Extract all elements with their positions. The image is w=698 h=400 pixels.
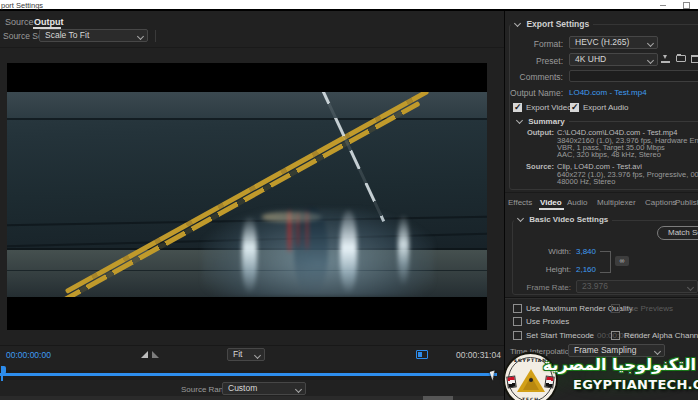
toolbar-divider bbox=[0, 47, 504, 48]
import-preset-icon[interactable] bbox=[676, 55, 686, 62]
chevron-down-icon bbox=[295, 386, 302, 393]
minimize-icon[interactable] bbox=[660, 5, 666, 6]
format-select[interactable]: HEVC (H.265) bbox=[569, 36, 658, 49]
summary-output-line: AAC, 320 kbps, 48 kHz, Stereo bbox=[557, 150, 661, 159]
export-video-label: Export Video bbox=[526, 103, 572, 112]
set-start-timecode-label: Set Start Timecode bbox=[526, 331, 594, 340]
window-title: port Settings bbox=[1, 1, 43, 10]
duration-timecode: 00:00:31:04 bbox=[456, 350, 501, 360]
tab-source[interactable]: Source bbox=[5, 17, 34, 27]
zoom-level-select[interactable]: Fit bbox=[227, 348, 265, 361]
render-alpha-checkbox[interactable] bbox=[611, 331, 620, 340]
preview-bottom-divider bbox=[0, 345, 504, 346]
width-label: Width: bbox=[505, 247, 571, 256]
use-proxies-label: Use Proxies bbox=[526, 317, 569, 326]
scrollbar-thumb[interactable] bbox=[423, 396, 453, 400]
export-audio-label: Export Audio bbox=[583, 103, 628, 112]
export-settings-header[interactable]: Export Settings bbox=[511, 19, 593, 29]
tab-effects[interactable]: Effects bbox=[508, 198, 532, 207]
use-max-render-checkbox[interactable] bbox=[513, 304, 522, 313]
frame-rate-select: 23.976 bbox=[576, 280, 698, 293]
export-video-checkbox[interactable] bbox=[513, 103, 522, 112]
collapse-chevron-icon bbox=[517, 215, 524, 222]
height-label: Height: bbox=[505, 265, 571, 274]
tab-audio[interactable]: Audio bbox=[567, 198, 587, 207]
frame-rate-label: Frame Rate: bbox=[505, 283, 571, 292]
preview-monitor-icon[interactable] bbox=[416, 350, 428, 359]
export-settings-dialog: port Settings Source Output Source Scali… bbox=[0, 0, 698, 400]
preset-select[interactable]: 4K UHD bbox=[569, 53, 658, 66]
format-label: Format: bbox=[505, 39, 563, 49]
comments-input[interactable] bbox=[569, 70, 698, 82]
video-frame-content bbox=[7, 92, 487, 297]
egypt-flag-icon bbox=[544, 375, 555, 388]
use-previews-label: Use Previews bbox=[624, 304, 673, 313]
tab-captions[interactable]: Captions bbox=[645, 198, 677, 207]
export-audio-checkbox[interactable] bbox=[570, 103, 579, 112]
chevron-down-icon bbox=[647, 40, 654, 47]
link-width-height-icon[interactable]: ∞ bbox=[615, 256, 629, 266]
egypt-flag-icon bbox=[506, 375, 517, 388]
timeline-progress-bar[interactable] bbox=[0, 373, 497, 376]
width-value[interactable]: 3,840 bbox=[576, 247, 596, 256]
source-range-select[interactable]: Custom bbox=[222, 382, 306, 395]
chevron-down-icon bbox=[254, 352, 261, 359]
watermark-site-text: EGYPTIANTECH.ORG bbox=[573, 377, 698, 392]
window-titlebar: port Settings bbox=[0, 0, 698, 11]
width-height-bracket bbox=[600, 251, 611, 273]
summary-output-label: Output: bbox=[505, 128, 554, 137]
output-name-link[interactable]: LO4D.com - Test.mp4 bbox=[569, 88, 647, 97]
collapse-chevron-icon bbox=[516, 117, 523, 124]
collapse-chevron-icon bbox=[514, 20, 521, 27]
playhead-stem[interactable] bbox=[1, 366, 3, 381]
summary-source-line: 48000 Hz, Stereo bbox=[557, 177, 615, 186]
save-preset-icon[interactable] bbox=[661, 55, 670, 63]
match-source-button[interactable]: Match Source bbox=[657, 226, 698, 240]
chevron-down-icon bbox=[687, 284, 694, 291]
tab-video-underline bbox=[539, 208, 564, 210]
section-divider-highlight bbox=[505, 298, 698, 299]
chevron-down-icon bbox=[647, 57, 654, 64]
video-preview[interactable] bbox=[7, 63, 487, 330]
horizontal-scrollbar[interactable] bbox=[0, 396, 504, 400]
section-divider bbox=[505, 192, 698, 193]
delete-preset-icon[interactable] bbox=[691, 55, 698, 63]
basic-video-header[interactable]: Basic Video Settings bbox=[514, 215, 612, 224]
preset-label: Preset: bbox=[505, 56, 563, 66]
tab-publish[interactable]: Publish bbox=[675, 198, 698, 207]
car-motion-blur bbox=[202, 208, 434, 297]
use-previews-checkbox bbox=[611, 304, 620, 313]
source-scaling-select[interactable]: Scale To Fit bbox=[39, 29, 148, 42]
tab-output[interactable]: Output bbox=[34, 17, 64, 27]
current-timecode[interactable]: 00:00:00:00 bbox=[6, 350, 51, 360]
summary-rule bbox=[562, 121, 698, 122]
use-proxies-checkbox[interactable] bbox=[513, 317, 522, 326]
eye-icon bbox=[529, 378, 533, 382]
watermark-arabic-text: التكنولوجيا المصرية bbox=[543, 355, 696, 374]
render-alpha-label: Render Alpha Channel Only bbox=[624, 331, 698, 340]
comments-label: Comments: bbox=[505, 72, 563, 82]
tab-multiplexer[interactable]: Multiplexer bbox=[597, 198, 636, 207]
output-name-label: Output Name: bbox=[505, 88, 563, 98]
set-out-point-icon[interactable] bbox=[152, 351, 159, 358]
set-in-point-icon[interactable] bbox=[141, 351, 148, 358]
set-start-timecode-checkbox[interactable] bbox=[513, 331, 522, 340]
tab-video[interactable]: Video bbox=[540, 198, 562, 207]
chevron-down-icon bbox=[137, 33, 144, 40]
summary-header[interactable]: Summary bbox=[513, 117, 569, 126]
height-value[interactable]: 2,160 bbox=[576, 265, 596, 274]
restore-icon[interactable] bbox=[683, 2, 690, 9]
toolbar-separator bbox=[155, 30, 156, 42]
summary-source-label: Source: bbox=[505, 162, 554, 171]
